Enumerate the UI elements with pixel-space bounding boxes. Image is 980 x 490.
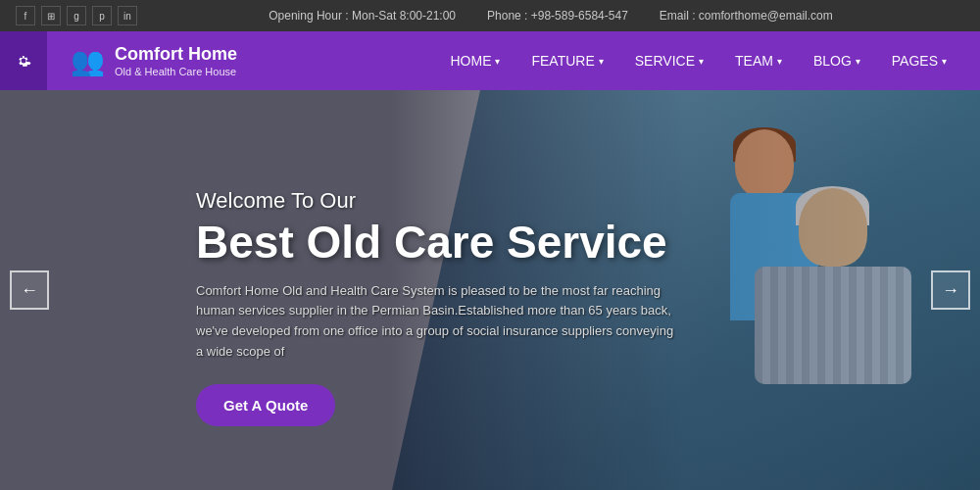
social-icons: f ⊞ g p in [16,6,137,25]
hero-title: Best Old Care Service [196,218,676,268]
settings-button[interactable] [0,31,47,90]
hero-section: ← Welcome To Our Best Old Care Service C… [0,90,980,490]
chevron-down-icon: ▾ [856,56,860,67]
chevron-down-icon: ▾ [942,56,947,67]
phone-number: Phone : +98-589-6584-547 [487,9,628,23]
logo-icon: 👥 [71,45,105,77]
top-bar: f ⊞ g p in Opening Hour : Mon-Sat 8:00-2… [0,0,980,31]
hero-content: Welcome To Our Best Old Care Service Com… [196,188,676,426]
rss-icon[interactable]: ⊞ [41,6,61,25]
opening-hours: Opening Hour : Mon-Sat 8:00-21:00 [269,9,456,23]
nav-feature[interactable]: FEATURE ▾ [517,45,616,76]
hero-description: Comfort Home Old and Health Care System … [196,281,676,363]
topbar-info: Opening Hour : Mon-Sat 8:00-21:00 Phone … [269,9,832,23]
google-icon[interactable]: g [67,6,86,25]
hero-subtitle: Welcome To Our [196,188,676,214]
pinterest-icon[interactable]: p [92,6,112,25]
navbar: 👥 Comfort Home Old & Health Care House H… [0,31,980,90]
hero-next-button[interactable]: → [931,270,970,310]
facebook-icon[interactable]: f [16,6,35,25]
chevron-down-icon: ▾ [699,56,704,67]
instagram-icon[interactable]: in [118,6,137,25]
nav-home[interactable]: HOME ▾ [436,45,514,76]
nav-links: HOME ▾ FEATURE ▾ SERVICE ▾ TEAM ▾ BLOG ▾… [436,45,980,76]
nav-blog[interactable]: BLOG ▾ [800,45,874,76]
settings-icon [15,52,32,70]
chevron-down-icon: ▾ [777,56,782,67]
logo-text: Comfort Home Old & Health Care House [115,44,237,77]
chevron-down-icon: ▾ [495,56,500,67]
chevron-down-icon: ▾ [599,56,604,67]
nav-service[interactable]: SERVICE ▾ [621,45,717,76]
logo[interactable]: 👥 Comfort Home Old & Health Care House [47,44,261,77]
get-quote-button[interactable]: Get A Quote [196,384,335,426]
nav-team[interactable]: TEAM ▾ [721,45,796,76]
nav-pages[interactable]: PAGES ▾ [878,45,960,76]
hero-prev-button[interactable]: ← [10,270,49,310]
email-address: Email : comforthome@email.com [660,9,833,23]
